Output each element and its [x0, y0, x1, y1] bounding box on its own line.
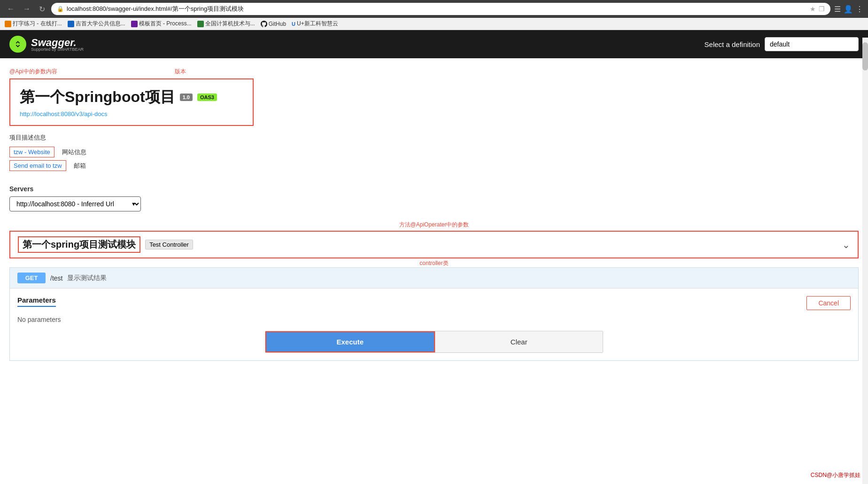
bookmark-label-uplus: U+新工科智慧云	[297, 20, 338, 28]
definition-dropdown-wrapper[interactable]: default ▼	[765, 37, 859, 51]
main-content: @Api中的参数内容 版本 第一个Springboot项目 1.0 OAS3 h…	[0, 58, 868, 370]
swagger-brand: Swagger. Supported by SMARTBEAR	[31, 37, 84, 52]
controller-tag-badge: Test Controller	[145, 240, 193, 250]
bookmark-jishou[interactable]: 吉首大学公共信息...	[68, 20, 125, 28]
swagger-logo: Swagger. Supported by SMARTBEAR	[9, 36, 84, 53]
bookmark-icon-computer	[197, 21, 204, 27]
version-badge: 1.0	[180, 94, 193, 101]
bookmark-template[interactable]: 模板首页 - Process...	[131, 20, 192, 28]
controller-title-row: 第一个spring项目测试模块 Test Controller	[18, 236, 193, 253]
annotations-row: @Api中的参数内容 版本	[9, 68, 859, 78]
uplus-icon: U	[292, 21, 295, 27]
bookmark-uplus[interactable]: U U+新工科智慧云	[292, 20, 338, 28]
endpoint-description: 显示测试结果	[67, 274, 107, 282]
website-row: tzw - Website 网站信息	[9, 147, 859, 157]
params-section: Parameters Cancel No parameters Execute …	[10, 288, 858, 360]
browser-chrome: ← → ↻ 🔒 localhost:8080/swagger-ui/index.…	[0, 0, 868, 18]
bookmark-icon-typing	[5, 21, 11, 27]
email-link[interactable]: Send email to tzw	[9, 160, 66, 171]
swagger-logo-sub: Supported by SMARTBEAR	[31, 47, 84, 52]
servers-select-wrapper[interactable]: http://localhost:8080 - Inferred Url ▼	[9, 196, 141, 211]
api-title: 第一个Springboot项目	[20, 87, 175, 108]
endpoint-header[interactable]: GET /test 显示测试结果	[10, 268, 858, 288]
params-header: Parameters Cancel	[17, 296, 851, 310]
url-text: localhost:8080/swagger-ui/index.html#/第一…	[67, 5, 807, 13]
profile-icon[interactable]: 👤	[844, 5, 853, 14]
controller-class-annotation: controller类	[9, 259, 859, 267]
menu-icon[interactable]: ⋮	[856, 5, 863, 14]
execute-button[interactable]: Execute	[265, 331, 435, 352]
bookmark-label-computer: 全国计算机技术与...	[205, 20, 255, 28]
extensions-icon[interactable]: ☰	[834, 5, 841, 14]
bookmark-github[interactable]: GitHub	[261, 21, 286, 27]
servers-section: Servers http://localhost:8080 - Inferred…	[9, 185, 859, 211]
bookmark-label-jishou: 吉首大学公共信息...	[76, 20, 125, 28]
cancel-button[interactable]: Cancel	[806, 296, 851, 310]
annotation-api-params: @Api中的参数内容	[9, 68, 57, 76]
swagger-logo-icon	[9, 36, 26, 53]
bookmark-icon-jishou	[68, 21, 74, 27]
scrollbar-track[interactable]	[862, 38, 868, 370]
swagger-header: Swagger. Supported by SMARTBEAR Select a…	[0, 30, 868, 58]
endpoint-section: GET /test 显示测试结果 Parameters Cancel No pa…	[9, 267, 859, 361]
bookmarks-bar: 打字练习 - 在线打... 吉首大学公共信息... 模板首页 - Process…	[0, 18, 868, 30]
bookmark-computer[interactable]: 全国计算机技术与...	[197, 20, 255, 28]
website-info-label: 网站信息	[62, 148, 86, 156]
definition-select-group: Select a definition default ▼	[705, 37, 859, 51]
params-title: Parameters	[17, 296, 56, 307]
controller-chevron-icon[interactable]: ⌄	[842, 239, 850, 250]
project-desc-label: 项目描述信息	[9, 133, 859, 142]
email-row: Send email to tzw 邮箱	[9, 160, 859, 171]
website-link[interactable]: tzw - Website	[9, 147, 54, 157]
controller-annotation: 方法@ApiOperater中的参数	[9, 221, 859, 229]
annotation-version: 版本	[175, 68, 186, 76]
action-buttons: Execute Clear	[265, 331, 603, 353]
info-section: 项目描述信息 tzw - Website 网站信息 Send email to …	[9, 133, 859, 171]
back-button[interactable]: ←	[5, 4, 17, 14]
servers-select[interactable]: http://localhost:8080 - Inferred Url	[9, 196, 141, 211]
method-badge: GET	[17, 273, 46, 283]
title-row: 第一个Springboot项目 1.0 OAS3	[20, 87, 243, 108]
oas-badge: OAS3	[197, 94, 217, 101]
controller-header[interactable]: 第一个spring项目测试模块 Test Controller ⌄	[9, 231, 859, 258]
bookmark-label-github: GitHub	[269, 21, 286, 27]
endpoint-path: /test	[50, 274, 62, 282]
bookmark-icon-template	[131, 21, 138, 27]
clear-button[interactable]: Clear	[435, 331, 603, 352]
address-bar[interactable]: 🔒 localhost:8080/swagger-ui/index.html#/…	[51, 3, 830, 15]
title-block: 第一个Springboot项目 1.0 OAS3 http://localhos…	[9, 78, 254, 126]
browser-toolbar: ☰ 👤 ⋮	[834, 5, 863, 14]
definition-dropdown[interactable]: default	[765, 37, 859, 51]
forward-button[interactable]: →	[21, 4, 33, 14]
bookmark-typing[interactable]: 打字练习 - 在线打...	[5, 20, 62, 28]
no-params-label: No parameters	[17, 316, 851, 323]
definition-label: Select a definition	[705, 40, 760, 48]
api-docs-link[interactable]: http://localhost:8080/v3/api-docs	[20, 110, 243, 117]
servers-label: Servers	[9, 185, 859, 193]
controller-title: 第一个spring项目测试模块	[18, 236, 140, 253]
bookmark-label-template: 模板首页 - Process...	[139, 20, 192, 28]
reload-button[interactable]: ↻	[37, 4, 47, 15]
github-icon	[261, 21, 267, 27]
email-label: 邮箱	[74, 162, 86, 170]
scrollbar-thumb[interactable]	[862, 42, 868, 70]
bookmark-label-typing: 打字练习 - 在线打...	[13, 20, 62, 28]
